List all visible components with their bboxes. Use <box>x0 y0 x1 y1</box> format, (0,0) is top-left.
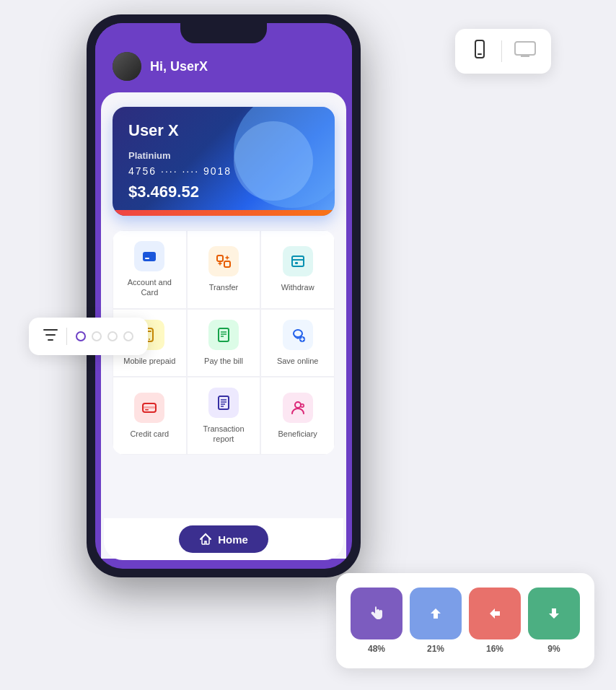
stat-touch[interactable] <box>351 588 402 639</box>
svg-rect-12 <box>295 262 298 264</box>
svg-rect-25 <box>219 396 229 409</box>
card-balance: $3.469.52 <box>128 183 319 201</box>
view-toggle-widget <box>455 29 551 74</box>
stat-down-pct: 9% <box>547 644 560 654</box>
stat-container-stat-down: 9% <box>528 588 580 654</box>
filter-icon[interactable] <box>43 328 58 345</box>
phone-inner: Hi, UserX User X Platinium 4756 ···· ···… <box>95 23 352 569</box>
filter-widget <box>29 318 148 355</box>
save-online-label: Save online <box>277 356 319 366</box>
menu-item-account-card[interactable]: Account and Card <box>113 230 187 309</box>
svg-rect-23 <box>143 406 156 409</box>
transaction-report-label: Transaction report <box>193 424 255 445</box>
credit-card-label: Credit card <box>130 429 169 439</box>
beneficiary-label: Beneficiary <box>278 429 317 439</box>
pay-the-bill-icon <box>208 320 239 350</box>
menu-item-save-online[interactable]: Save online <box>260 309 335 377</box>
filter-dot-3[interactable] <box>107 331 118 341</box>
svg-rect-0 <box>475 40 484 58</box>
stats-widget: 48%21%16%9% <box>336 573 594 668</box>
svg-rect-10 <box>292 256 304 266</box>
svg-rect-1 <box>478 53 482 55</box>
stat-up[interactable] <box>410 588 462 639</box>
credit-card[interactable]: User X Platinium 4756 ···· ···· 9018 $3.… <box>113 107 335 216</box>
filter-dot-4[interactable] <box>123 331 133 341</box>
stat-up-pct: 21% <box>427 644 444 654</box>
save-online-icon <box>283 320 313 350</box>
stat-container-stat-up: 21% <box>410 588 462 654</box>
home-label: Home <box>218 533 248 546</box>
avatar <box>113 52 141 81</box>
account-card-icon <box>134 241 164 271</box>
notch <box>180 23 267 43</box>
filter-dots <box>76 331 133 341</box>
pay-the-bill-label: Pay the bill <box>204 356 243 366</box>
home-button[interactable]: Home <box>179 525 268 553</box>
stat-down[interactable] <box>528 588 580 639</box>
transaction-report-icon <box>208 388 239 418</box>
filter-divider <box>66 328 67 345</box>
mobile-prepaid-label: Mobile prepaid <box>123 356 175 366</box>
card-number: 4756 ···· ···· 9018 <box>128 165 319 177</box>
svg-rect-15 <box>147 331 151 332</box>
filter-dot-2[interactable] <box>92 331 102 341</box>
menu-item-transfer[interactable]: Transfer <box>187 230 261 309</box>
filter-dot-1[interactable] <box>76 331 86 341</box>
stat-container-stat-touch: 48% <box>351 588 402 654</box>
svg-rect-6 <box>143 255 156 257</box>
svg-rect-16 <box>219 328 229 341</box>
stats-bars: 48%21%16%9% <box>351 588 580 654</box>
credit-card-icon <box>134 393 164 423</box>
withdraw-label: Withdraw <box>281 282 314 292</box>
menu-item-credit-card[interactable]: Credit card <box>113 377 187 455</box>
stat-left[interactable] <box>469 588 521 639</box>
greeting-text: Hi, UserX <box>150 59 208 74</box>
card-bottom-bar <box>113 210 335 216</box>
bottom-nav: Home <box>104 518 343 560</box>
toggle-divider <box>501 40 502 62</box>
menu-item-beneficiary[interactable]: Beneficiary <box>260 377 335 455</box>
stat-touch-pct: 48% <box>368 644 385 654</box>
menu-item-withdraw[interactable]: Withdraw <box>260 230 335 309</box>
svg-point-30 <box>295 402 301 408</box>
menu-item-transaction-report[interactable]: Transaction report <box>187 377 261 455</box>
menu-item-pay-the-bill[interactable]: Pay the bill <box>187 309 261 377</box>
stat-left-pct: 16% <box>486 644 503 654</box>
svg-rect-7 <box>145 258 149 259</box>
transfer-icon <box>208 246 239 276</box>
account-card-label: Account and Card <box>119 277 180 298</box>
svg-point-14 <box>149 339 150 340</box>
card-tier: Platinium <box>128 150 319 161</box>
stat-container-stat-left: 16% <box>469 588 521 654</box>
withdraw-icon <box>283 246 313 276</box>
phone-frame: Hi, UserX User X Platinium 4756 ···· ···… <box>87 14 361 577</box>
svg-rect-2 <box>515 42 535 55</box>
svg-rect-8 <box>217 256 223 261</box>
transfer-label: Transfer <box>209 282 239 292</box>
mobile-view-icon[interactable] <box>470 39 490 64</box>
card-name: User X <box>128 121 319 140</box>
svg-rect-24 <box>145 409 149 411</box>
svg-rect-9 <box>224 261 230 267</box>
desktop-view-icon[interactable] <box>514 39 537 64</box>
beneficiary-icon <box>283 393 313 423</box>
svg-point-20 <box>294 330 302 337</box>
